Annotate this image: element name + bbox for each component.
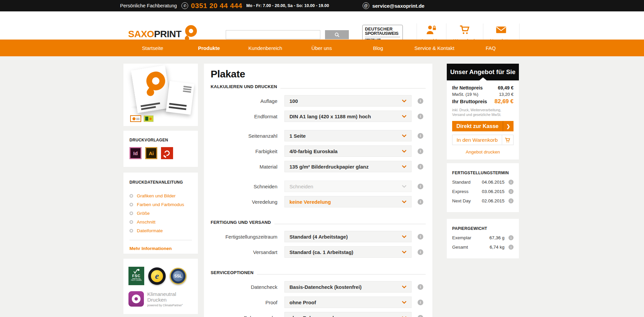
chevron-down-icon <box>402 164 407 168</box>
phone-number[interactable]: 0351 20 44 444 <box>191 2 242 10</box>
info-icon[interactable]: i <box>508 198 514 203</box>
material-select[interactable]: 135 g/m² Bilderdruckpapier glanz <box>284 161 412 172</box>
info-icon[interactable]: i <box>418 164 423 170</box>
badge-divider <box>365 37 400 37</box>
info-icon[interactable]: i <box>418 148 423 154</box>
link-groesse[interactable]: Größe <box>129 209 192 217</box>
checkout-button[interactable]: Direkt zur Kasse ❯ <box>452 121 514 131</box>
select-value: 1 Seite <box>289 133 306 139</box>
ssl-label: SSL <box>173 271 183 281</box>
link-anschnitt[interactable]: Anschnitt <box>129 217 192 226</box>
veredelung-select[interactable]: keine Veredelung <box>284 196 412 207</box>
section-line <box>280 88 426 88</box>
template-icons: Id Ai <box>129 147 192 159</box>
pdf-icon[interactable] <box>161 147 173 159</box>
nav-item-service-kontakt[interactable]: Service & Kontakt <box>406 40 463 56</box>
belegexemplar-select[interactable]: ohne Belegexemplar <box>284 312 412 317</box>
badge-line2: SPORTAUSWEIS <box>365 31 400 36</box>
gewicht-value: 6,74 kg <box>490 245 504 250</box>
illustrator-icon[interactable]: Ai <box>145 147 157 159</box>
link-dateiformate[interactable]: Dateiformate <box>129 226 192 235</box>
paper-weight-title: PAPIERGEWICHT <box>452 226 514 231</box>
info-icon[interactable]: i <box>418 234 423 240</box>
chevron-down-icon <box>402 113 407 118</box>
link-grafiken[interactable]: Grafiken und Bilder <box>129 191 192 200</box>
info-icon[interactable]: i <box>508 189 514 194</box>
poster-text-bar <box>183 88 191 90</box>
datencheck-select[interactable]: Basis-Datencheck (kostenfrei) <box>284 281 412 293</box>
add-to-cart-button[interactable]: In den Warenkorb <box>452 135 514 145</box>
circle-bullet-icon <box>129 203 133 206</box>
poster-front <box>166 81 195 115</box>
thumb-shape <box>145 117 148 121</box>
divider <box>129 240 192 240</box>
info-icon[interactable]: i <box>418 300 423 305</box>
auflage-select[interactable]: 100 <box>284 95 412 107</box>
field-label: Versandart <box>211 249 277 255</box>
section-title: KALKULIEREN UND DRUCKEN <box>211 84 277 89</box>
more-information-link[interactable]: Mehr Informationen <box>129 246 192 251</box>
search-button[interactable] <box>325 30 349 39</box>
nav-item-produkte[interactable]: Produkte <box>181 40 237 56</box>
seitenanzahl-select[interactable]: 1 Seite <box>284 130 412 141</box>
link-label: Dateiformate <box>137 228 163 233</box>
ssl-logo: SSL <box>170 268 186 284</box>
info-icon[interactable]: i <box>418 114 423 119</box>
trusted-shops-e: e <box>155 272 159 280</box>
termin-value: 04.06.2015 <box>482 180 504 185</box>
fsc-code: FSC® C101851 <box>128 279 144 281</box>
cart-icon <box>460 25 470 36</box>
thumbnail-selected[interactable] <box>130 115 141 122</box>
termin-label: Standard <box>452 180 482 185</box>
info-icon[interactable]: i <box>418 184 423 189</box>
product-image <box>123 64 198 113</box>
saxoprint-logo[interactable]: SAXOPRINT <box>128 29 181 40</box>
thumb-bar <box>136 118 140 119</box>
info-icon[interactable]: i <box>508 245 514 250</box>
nav-item-kundenbereich[interactable]: Kundenbereich <box>237 40 293 56</box>
chevron-down-icon <box>402 98 407 103</box>
nav-item-ueber-uns[interactable]: Über uns <box>293 40 350 56</box>
select-value: 100 <box>289 98 298 104</box>
circle-bullet-icon <box>129 229 133 233</box>
nav-item-faq[interactable]: FAQ <box>463 40 519 56</box>
gewicht-label: Gesamt <box>452 245 490 250</box>
link-farben[interactable]: Farben und Farbmodus <box>129 200 192 209</box>
versandart-select[interactable]: Standard (ca. 1 Arbeitstag) <box>284 246 412 258</box>
farbigkeit-select[interactable]: 4/0-farbig Euroskala <box>284 145 412 157</box>
info-icon[interactable]: i <box>418 133 423 139</box>
email-link[interactable]: service@saxoprint.de <box>372 3 425 9</box>
envelope-icon <box>496 25 506 36</box>
section-header-fertigung: FERTIGUNG UND VERSAND <box>211 220 426 225</box>
print-offer-link[interactable]: Angebot drucken <box>452 149 514 154</box>
info-icon[interactable]: i <box>418 284 423 290</box>
info-icon[interactable]: i <box>418 249 423 255</box>
fertigstellungszeitraum-select[interactable]: Standard (4 Arbeitstage) <box>284 231 412 242</box>
link-label: Grafiken und Bilder <box>137 193 176 198</box>
termin-row-express: Express 03.06.2015 i <box>452 189 514 194</box>
logo-text-print: PRINT <box>154 29 181 39</box>
info-icon[interactable]: i <box>418 315 423 317</box>
at-icon: @ <box>363 2 369 9</box>
thumbnail-alt[interactable] <box>144 115 154 122</box>
field-label: Endformat <box>211 114 277 119</box>
select-value: 4/0-farbig Euroskala <box>289 148 337 154</box>
climate-ring <box>132 295 141 303</box>
phone-icon: ✆ <box>181 2 188 9</box>
gewicht-row-exemplar: Exemplar 67,36 g i <box>452 235 514 240</box>
druckdaten-panel: DRUCKDATENANLEITUNG Grafiken und Bilder … <box>123 173 198 254</box>
nav-item-blog[interactable]: Blog <box>350 40 406 56</box>
info-icon[interactable]: i <box>508 180 514 185</box>
proof-select[interactable]: ohne Proof <box>284 297 412 308</box>
endformat-select[interactable]: DIN A1 lang (420 x 1188 mm) hoch <box>284 111 412 122</box>
info-icon[interactable]: i <box>418 199 423 205</box>
info-icon[interactable]: i <box>418 98 423 104</box>
add-to-cart-label: In den Warenkorb <box>452 135 502 145</box>
thumb-bar <box>136 119 140 120</box>
nav-item-startseite[interactable]: Startseite <box>124 40 181 56</box>
search-input[interactable] <box>226 30 320 39</box>
chevron-down-icon <box>402 133 407 137</box>
indesign-icon[interactable]: Id <box>129 147 142 159</box>
info-icon[interactable]: i <box>508 235 514 240</box>
termin-label: Express <box>452 189 482 194</box>
